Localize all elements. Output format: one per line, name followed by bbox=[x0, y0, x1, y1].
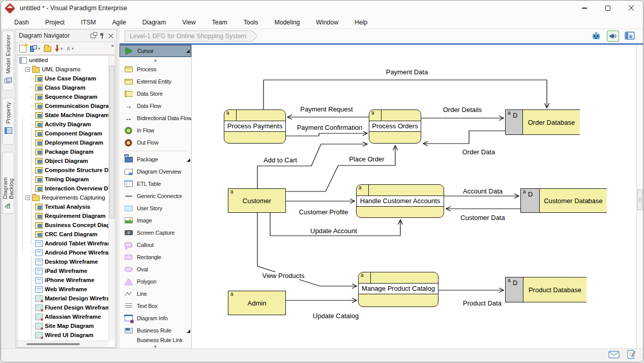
palette-item-in-flow[interactable]: In Flow bbox=[120, 124, 191, 136]
palette-item-rectangle[interactable]: Rectangle bbox=[120, 251, 191, 263]
collapse-expander-icon[interactable] bbox=[25, 196, 30, 200]
tree-item[interactable]: Wired UI Diagram bbox=[17, 330, 108, 340]
palette-item-diagram-info[interactable]: Diagram Info bbox=[120, 312, 191, 324]
tree-horizontal-scrollbar[interactable] bbox=[17, 341, 108, 347]
tab-model-explorer[interactable]: Model Explorer bbox=[2, 31, 14, 91]
menu-tools[interactable]: Tools bbox=[236, 19, 267, 26]
palette-item-business-rule[interactable]: Business Rule bbox=[120, 324, 191, 337]
menu-dash[interactable]: Dash bbox=[6, 19, 37, 26]
dfd-datastore-customer-database[interactable]: aD Customer Database bbox=[520, 188, 607, 213]
tab-property[interactable]: Property bbox=[2, 98, 14, 145]
close-panel-button[interactable] bbox=[108, 33, 113, 38]
flow-order-data[interactable] bbox=[423, 131, 505, 144]
tree-item[interactable]: Web Wireframe bbox=[17, 285, 108, 294]
palette-scroll-up[interactable]: ▲ bbox=[120, 57, 191, 63]
flow-label[interactable]: Place Order bbox=[347, 155, 386, 163]
flow-label[interactable]: Customer Data bbox=[459, 214, 506, 221]
assistant-robot-button[interactable] bbox=[590, 31, 602, 42]
tree-item[interactable]: Desktop Wireframe bbox=[17, 257, 108, 266]
menu-view[interactable]: View bbox=[174, 19, 203, 26]
dfd-datastore-order-database[interactable]: aD Order Database bbox=[505, 109, 580, 135]
tree-group-requirements-capturing[interactable]: Requirements Capturing bbox=[17, 193, 108, 202]
open-project-button[interactable] bbox=[44, 45, 51, 52]
tree-item[interactable]: Object Diagram bbox=[17, 156, 108, 165]
tree-item[interactable]: Package Diagram bbox=[17, 147, 108, 156]
palette-item-business-rule-link[interactable]: Business Rule Link bbox=[120, 337, 191, 344]
palette-scroll-down[interactable]: ▼ bbox=[120, 344, 191, 348]
tree-item[interactable]: Timing Diagram bbox=[17, 175, 108, 184]
diagram-types-button[interactable]: ▾ bbox=[30, 45, 40, 52]
flow-label[interactable]: Payment Request bbox=[299, 105, 354, 113]
palette-item-external-entity[interactable]: External Entity bbox=[120, 75, 191, 88]
palette-item-data-store[interactable]: Data Store bbox=[120, 88, 191, 100]
flow-label[interactable]: Payment Confirmation bbox=[296, 124, 364, 131]
sort-button[interactable]: ▾ bbox=[55, 45, 63, 52]
tree-item[interactable]: CRC Card Diagram bbox=[17, 230, 108, 239]
canvas-vertical-scrollbar[interactable] bbox=[636, 45, 643, 348]
tree-item[interactable]: Composite Structure Diagram bbox=[17, 165, 108, 175]
tree-item[interactable]: Deployment Diagram bbox=[17, 138, 108, 147]
palette-item-data-flow[interactable]: →Data Flow bbox=[120, 100, 191, 112]
tree-item[interactable]: Atlassian Wireframe bbox=[17, 312, 108, 321]
tree-group-uml-diagrams[interactable]: UML Diagrams bbox=[17, 65, 108, 74]
palette-item-etl-table[interactable]: ETL Table bbox=[120, 178, 191, 190]
tree-item[interactable]: Requirement Diagram bbox=[17, 211, 108, 220]
palette-item-callout[interactable]: Callout bbox=[120, 239, 191, 251]
tree-item-root[interactable]: untitled bbox=[17, 55, 108, 65]
tree-item[interactable]: iPhone Wireframe bbox=[17, 275, 108, 285]
flow-label[interactable]: Order Data bbox=[461, 148, 496, 156]
flow-label[interactable]: Product Data bbox=[461, 299, 503, 307]
breadcrumb[interactable]: Level-1 DFD for Online Shopping System bbox=[125, 31, 258, 42]
maximize-button[interactable] bbox=[596, 1, 620, 16]
scrollbar-thumb[interactable] bbox=[637, 189, 642, 210]
tree-item[interactable]: Site Map Diagram bbox=[17, 321, 108, 330]
palette-item-polygon[interactable]: Polygon bbox=[120, 275, 191, 288]
tree-item[interactable]: iPad Wireframe bbox=[17, 266, 108, 275]
tree-item[interactable]: Textual Analysis bbox=[17, 202, 108, 211]
menu-diagram[interactable]: Diagram bbox=[134, 19, 174, 26]
minimize-button[interactable] bbox=[573, 1, 596, 16]
dfd-process-manage-product-catalog[interactable]: a Manage Product Catalog bbox=[358, 272, 438, 307]
tree-item[interactable]: Use Case Diagram bbox=[17, 74, 108, 83]
tree-vertical-scrollbar[interactable] bbox=[108, 55, 115, 341]
palette-item-oval[interactable]: Oval bbox=[120, 263, 191, 275]
tab-diagram-backlog[interactable]: Diagram Backlog bbox=[2, 152, 14, 214]
tree-item[interactable]: Sequence Diagram bbox=[17, 92, 108, 101]
dfd-entity-customer[interactable]: a Customer bbox=[228, 188, 286, 213]
scrollbar-thumb[interactable] bbox=[109, 66, 114, 218]
new-diagram-button[interactable] bbox=[19, 45, 26, 52]
tree-item[interactable]: Business Concept Diagram bbox=[17, 220, 108, 230]
tree-item[interactable]: Activity Diagram bbox=[17, 120, 108, 129]
palette-item-generic-connector[interactable]: Generic Connector bbox=[120, 190, 191, 202]
tree-item[interactable]: Material Design Wireframe bbox=[17, 294, 108, 303]
menu-help[interactable]: Help bbox=[346, 19, 375, 26]
palette-item-package[interactable]: Package bbox=[120, 153, 191, 165]
notes-compose-button[interactable] bbox=[627, 350, 636, 361]
tree-item[interactable]: State Machine Diagram bbox=[17, 110, 108, 120]
dfd-process-process-orders[interactable]: a Process Orders bbox=[369, 109, 421, 144]
layout-panels-button[interactable] bbox=[624, 31, 636, 42]
tree-item[interactable]: Component Diagram bbox=[17, 129, 108, 138]
menu-agile[interactable]: Agile bbox=[104, 19, 134, 26]
palette-item-bidirectional-data-flow[interactable]: ↔Bidirectional Data Flow bbox=[120, 112, 191, 124]
collapse-all-button[interactable]: ∧▾ bbox=[66, 45, 74, 52]
diagram-canvas[interactable]: Payment Data Payment Request Payment Con… bbox=[192, 45, 636, 348]
palette-item-diagram-overview[interactable]: Diagram Overview bbox=[120, 165, 191, 178]
tree-item[interactable]: Android Phone Wireframe bbox=[17, 248, 108, 257]
flow-label[interactable]: Add to Cart bbox=[262, 156, 299, 164]
palette-item-out-flow[interactable]: Out Flow bbox=[120, 136, 191, 149]
menu-window[interactable]: Window bbox=[308, 19, 346, 26]
tree-item[interactable]: Fluent Design Wireframe bbox=[17, 303, 108, 312]
dfd-datastore-product-database[interactable]: aD Product Database bbox=[505, 277, 587, 302]
flow-label[interactable]: Order Details bbox=[442, 106, 484, 114]
pin-panel-button[interactable] bbox=[100, 33, 104, 39]
menu-project[interactable]: Project bbox=[37, 19, 73, 26]
palette-item-image[interactable]: Image bbox=[120, 214, 191, 227]
dfd-entity-admin[interactable]: a Admin bbox=[228, 291, 286, 315]
messages-button[interactable] bbox=[608, 351, 620, 360]
tree-item[interactable]: Interaction Overview Diagram bbox=[17, 184, 108, 193]
flow-add-to-cart[interactable] bbox=[257, 144, 367, 188]
palette-item-screen-capture[interactable]: Screen Capture bbox=[120, 227, 191, 239]
flow-label[interactable]: Payment Data bbox=[385, 68, 429, 76]
flow-label[interactable]: Update Catalog bbox=[311, 312, 360, 320]
